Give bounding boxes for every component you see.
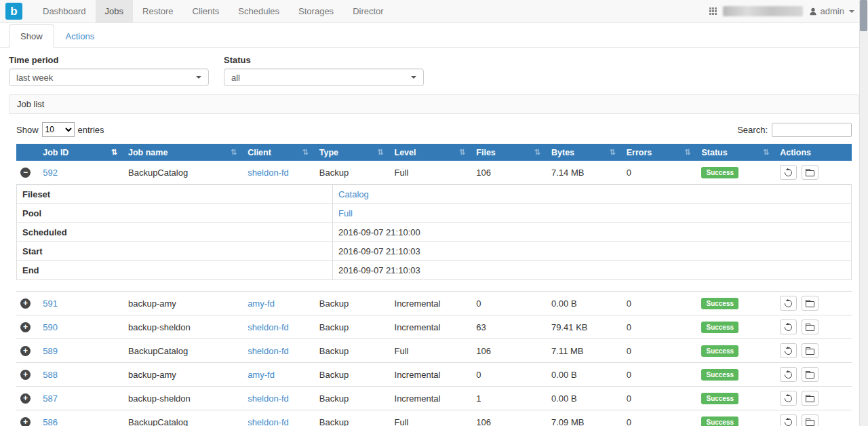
column-header-status[interactable]: Status⇅	[696, 144, 774, 161]
expand-toggle-icon[interactable]: +	[20, 393, 31, 404]
job-files-button[interactable]	[802, 320, 818, 334]
job-files-button[interactable]	[802, 296, 818, 311]
job-files-button[interactable]	[802, 165, 818, 180]
job-name-cell: backup-amy	[123, 292, 242, 315]
column-header-errors[interactable]: Errors⇅	[621, 144, 696, 161]
nav-items: DashboardJobsRestoreClientsSchedulesStor…	[33, 0, 393, 22]
scrollbar-thumb[interactable]	[860, 0, 867, 31]
bytes-cell: 7.09 MB	[546, 410, 621, 426]
detail-label: Pool	[17, 204, 333, 223]
nav-item-jobs[interactable]: Jobs	[96, 0, 133, 22]
job-id-link[interactable]: 591	[43, 298, 58, 309]
table-row: + 588 backup-amy amy-fd Backup Increment…	[16, 363, 852, 387]
rerun-job-button[interactable]	[780, 367, 797, 382]
rerun-icon	[783, 417, 793, 426]
client-link[interactable]: sheldon-fd	[248, 168, 289, 178]
bytes-cell: 79.41 KB	[546, 315, 621, 339]
job-id-link[interactable]: 590	[43, 322, 58, 332]
job-files-button[interactable]	[802, 367, 818, 382]
expand-toggle-icon[interactable]: +	[20, 417, 31, 426]
column-header-type[interactable]: Type⇅	[314, 144, 389, 161]
job-files-button[interactable]	[802, 391, 818, 406]
status-label: Status	[224, 55, 424, 65]
rerun-icon	[783, 345, 793, 355]
nav-item-clients[interactable]: Clients	[183, 0, 229, 22]
job-id-link[interactable]: 592	[43, 168, 58, 178]
level-cell: Full	[389, 339, 471, 363]
column-header-job-name[interactable]: Job name⇅	[123, 144, 242, 161]
nav-item-schedules[interactable]: Schedules	[229, 0, 289, 22]
client-link[interactable]: sheldon-fd	[248, 346, 289, 356]
detail-value-link[interactable]: Full	[338, 208, 353, 218]
job-id-link[interactable]: 587	[43, 393, 58, 404]
expand-toggle-icon[interactable]: +	[20, 370, 31, 380]
rerun-icon	[783, 167, 793, 177]
detail-value-link[interactable]: Catalog	[338, 189, 369, 199]
tab-show[interactable]: Show	[9, 24, 54, 48]
table-row: + 586 BackupCatalog sheldon-fd Backup Fu…	[16, 410, 852, 426]
nav-item-director[interactable]: Director	[343, 0, 393, 22]
expand-toggle-icon[interactable]: +	[20, 298, 31, 309]
status-badge: Success	[701, 345, 738, 357]
user-menu[interactable]: admin	[809, 6, 854, 16]
rerun-job-button[interactable]	[780, 343, 797, 358]
client-link[interactable]: sheldon-fd	[248, 322, 289, 332]
entries-select[interactable]: 10	[42, 122, 75, 137]
table-row: + 587 backup-sheldon sheldon-fd Backup I…	[16, 387, 852, 410]
errors-cell: 0	[621, 410, 696, 426]
job-name-cell: BackupCatalog	[123, 161, 242, 185]
sort-icon: ⇅	[763, 148, 769, 157]
entries-suffix-label: entries	[78, 125, 104, 135]
client-link[interactable]: sheldon-fd	[248, 393, 289, 404]
job-files-button[interactable]	[802, 414, 818, 426]
time-period-label: Time period	[9, 55, 209, 65]
expand-toggle-icon[interactable]: −	[20, 168, 31, 178]
folder-icon	[806, 170, 814, 176]
rerun-job-button[interactable]	[780, 414, 797, 426]
column-header-job-id[interactable]: Job ID⇅	[37, 144, 123, 161]
sort-icon: ⇅	[231, 148, 237, 157]
rerun-job-button[interactable]	[780, 165, 797, 180]
type-cell: Backup	[314, 292, 389, 315]
detail-label: End	[17, 261, 333, 280]
job-id-link[interactable]: 588	[43, 370, 58, 380]
sort-icon: ⇅	[684, 148, 690, 157]
job-id-link[interactable]: 586	[43, 417, 58, 426]
column-header-bytes[interactable]: Bytes⇅	[546, 144, 621, 161]
column-header-files[interactable]: Files⇅	[471, 144, 546, 161]
nav-item-restore[interactable]: Restore	[133, 0, 183, 22]
job-name-cell: backup-sheldon	[123, 387, 242, 410]
caret-down-icon	[411, 76, 416, 79]
job-files-button[interactable]	[802, 343, 818, 358]
job-name-cell: backup-sheldon	[123, 315, 242, 339]
rerun-job-button[interactable]	[780, 320, 797, 334]
folder-icon	[806, 325, 814, 331]
client-link[interactable]: sheldon-fd	[248, 417, 289, 426]
rerun-job-button[interactable]	[780, 391, 797, 406]
table-header-row: Job ID⇅ Job name⇅ Client⇅ Type⇅ Level⇅ F…	[16, 144, 852, 161]
user-icon	[809, 7, 817, 16]
search-input[interactable]	[772, 123, 852, 137]
detail-row: FilesetCatalog	[17, 185, 852, 204]
client-link[interactable]: amy-fd	[248, 370, 275, 380]
table-controls: Show 10 entries Search:	[16, 122, 852, 137]
job-id-link[interactable]: 589	[43, 346, 58, 356]
status-select[interactable]: all	[224, 69, 424, 86]
errors-cell: 0	[621, 161, 696, 185]
tab-actions[interactable]: Actions	[54, 24, 106, 48]
column-header-level[interactable]: Level⇅	[389, 144, 471, 161]
time-period-select[interactable]: last week	[9, 69, 209, 86]
bytes-cell: 0.00 B	[546, 363, 621, 387]
client-link[interactable]: amy-fd	[248, 298, 275, 309]
caret-down-icon	[849, 10, 854, 13]
expand-toggle-icon[interactable]: +	[20, 322, 31, 332]
nav-item-dashboard[interactable]: Dashboard	[33, 0, 96, 22]
nav-item-storages[interactable]: Storages	[289, 0, 343, 22]
grid-menu-icon[interactable]	[709, 7, 717, 15]
column-header-client[interactable]: Client⇅	[242, 144, 314, 161]
expand-toggle-icon[interactable]: +	[20, 346, 31, 356]
rerun-job-button[interactable]	[780, 296, 797, 311]
page-scrollbar[interactable]	[859, 0, 868, 426]
errors-cell: 0	[621, 292, 696, 315]
rerun-icon	[783, 369, 793, 379]
